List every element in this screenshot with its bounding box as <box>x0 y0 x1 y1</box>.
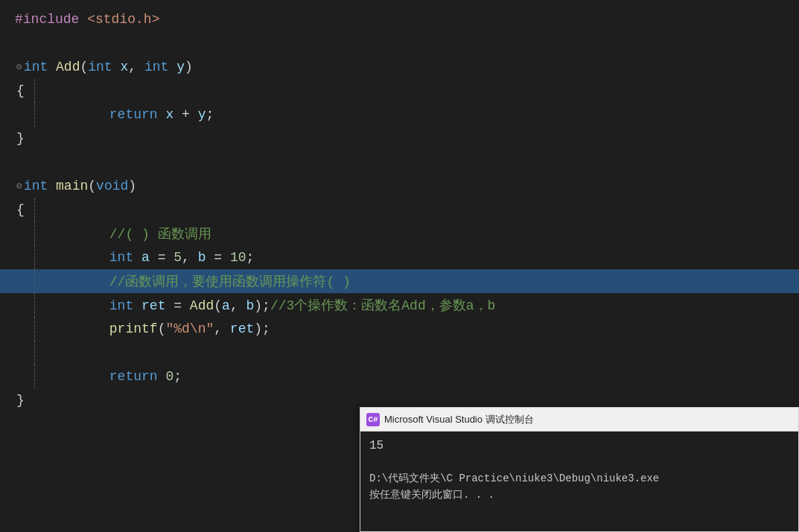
include-hash: #include <box>15 12 87 27</box>
code-line-2 <box>0 31 799 55</box>
code-line-8: ⊝ int main(void) <box>0 174 799 198</box>
semi3: ; <box>174 369 182 384</box>
console-output-4: 按任意键关闭此窗口. . . <box>369 487 789 503</box>
str-format: "%d\n" <box>165 321 214 336</box>
indent-guide-add2 <box>34 103 35 126</box>
vs-icon: C# <box>366 413 380 426</box>
vs-icon-label: C# <box>368 415 378 424</box>
kw-return-main: return <box>109 369 166 384</box>
code-line-14: printf("%d\n", ret); <box>0 317 799 341</box>
num-0: 0 <box>165 369 174 384</box>
console-title: Microsoft Visual Studio 调试控制台 <box>384 413 534 426</box>
code-line-16: return 0; <box>0 365 799 388</box>
paren-close: ) <box>185 60 193 74</box>
fn-add: Add <box>56 60 80 74</box>
code-line-1: #include <stdio.h> <box>0 7 799 31</box>
op-plus: + <box>174 107 197 122</box>
printf-paren-close: ); <box>254 321 270 336</box>
include-file: <stdio.h> <box>87 12 159 27</box>
fn-printf: printf <box>109 321 158 336</box>
code-line-6: } <box>0 126 799 150</box>
code-line-3: ⊝ int Add(int x, int y) <box>0 55 799 79</box>
indent-guide-main8 <box>34 365 35 388</box>
var-ret2: ret <box>230 321 254 336</box>
var-x: x <box>120 60 128 74</box>
kw-void: void <box>96 179 128 193</box>
kw-int-main: int <box>24 179 56 193</box>
paren-close-main: ) <box>128 179 136 193</box>
var-y2: y <box>198 107 206 122</box>
comment-3: //3个操作数：函数名Add，参数a，b <box>270 298 495 313</box>
fold-icon-add[interactable]: ⊝ <box>16 61 22 73</box>
brace-close-add: } <box>16 131 25 146</box>
brace-close-main: } <box>16 393 25 408</box>
var-y: y <box>176 60 185 74</box>
paren-open: ( <box>80 60 88 74</box>
fold-icon-main[interactable]: ⊝ <box>16 180 22 192</box>
console-popup: C# Microsoft Visual Studio 调试控制台 15 D:\代… <box>360 407 799 532</box>
console-output-1: 15 <box>369 438 789 454</box>
console-output-2 <box>369 454 789 470</box>
code-editor: #include <stdio.h> ⊝ int Add(int x, int … <box>0 0 799 532</box>
paren-open-main: ( <box>88 179 96 193</box>
console-output-3: D:\代码文件夹\C Practice\niuke3\Debug\niuke3.… <box>369 470 789 487</box>
console-body: 15 D:\代码文件夹\C Practice\niuke3\Debug\niuk… <box>360 432 798 531</box>
comma4: , <box>214 321 230 336</box>
console-titlebar: C# Microsoft Visual Studio 调试控制台 <box>360 408 798 432</box>
printf-paren-open: ( <box>158 321 166 336</box>
fn-main: main <box>56 179 88 193</box>
kw-return-add: return <box>109 107 166 122</box>
code-line-7 <box>0 150 799 174</box>
comma1: , <box>128 60 144 74</box>
kw-int-y: int <box>144 60 176 74</box>
kw-int-add: int <box>24 60 56 74</box>
semi1: ; <box>206 107 214 122</box>
var-x2: x <box>165 107 174 122</box>
code-line-5: return x + y; <box>0 103 799 126</box>
kw-int-x: int <box>88 60 120 74</box>
